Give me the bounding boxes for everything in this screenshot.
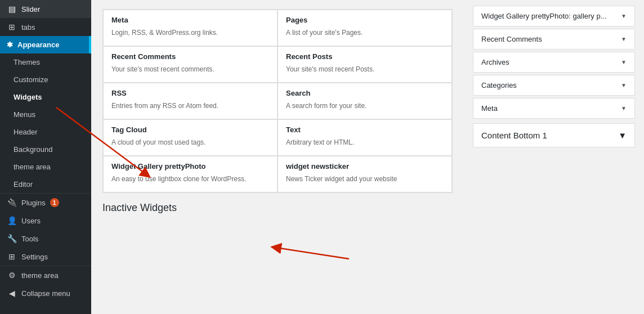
right-widget-meta: Meta ▼	[473, 98, 635, 119]
widget-text[interactable]: Text Arbitrary text or HTML.	[278, 119, 452, 156]
widget-recent-comments-desc: Your site's most recent comments.	[111, 64, 269, 74]
sidebar-item-widgets[interactable]: Widgets	[0, 88, 91, 106]
widget-meta-desc: Login, RSS, & WordPress.org links.	[111, 28, 269, 38]
widget-gallery-title: Widget Gallery prettyPhoto	[111, 162, 269, 171]
widget-gallery[interactable]: Widget Gallery prettyPhoto An easy to us…	[103, 156, 278, 192]
widget-tag-cloud[interactable]: Tag Cloud A cloud of your most used tags…	[103, 119, 278, 156]
right-widget-recent-comments-header[interactable]: Recent Comments ▼	[473, 29, 634, 49]
widget-text-desc: Arbitrary text or HTML.	[286, 137, 444, 147]
theme-area-icon: ⚙	[7, 271, 17, 280]
right-widget-categories: Categories ▼	[473, 75, 635, 96]
widget-meta-title: Meta	[111, 16, 269, 24]
right-widget-recent-comments-label: Recent Comments	[481, 35, 542, 43]
sidebar-item-tabs[interactable]: ⊞ tabs	[0, 18, 91, 36]
widget-search-desc: A search form for your site.	[286, 101, 444, 111]
sidebar: ▤ Slider ⊞ tabs ✱ Appearance Themes Cust…	[0, 0, 91, 314]
widget-tag-cloud-title: Tag Cloud	[111, 125, 269, 134]
tools-icon: 🔧	[7, 234, 17, 243]
content-bottom-label: Content Bottom 1	[481, 131, 547, 140]
widget-newsticker-desc: News Ticker widget add your website	[286, 174, 444, 184]
widget-pages-title: Pages	[286, 16, 444, 24]
appearance-icon: ✱	[7, 41, 13, 49]
widget-text-title: Text	[286, 125, 444, 134]
right-widget-gallery: Widget Gallery prettyPhoto: gallery p...…	[473, 6, 635, 26]
main-content: Meta Login, RSS, & WordPress.org links. …	[91, 0, 464, 314]
content-bottom-header[interactable]: Content Bottom 1 ▼	[473, 124, 634, 147]
content-bottom-1: Content Bottom 1 ▼	[473, 123, 635, 147]
widget-recent-comments[interactable]: Recent Comments Your site's most recent …	[103, 46, 278, 83]
tabs-icon: ⊞	[7, 23, 17, 32]
content-bottom-arrow: ▼	[618, 131, 627, 140]
plugins-icon: 🔌	[7, 198, 17, 207]
widget-rss[interactable]: RSS Entries from any RSS or Atom feed.	[103, 83, 278, 119]
sidebar-item-header[interactable]: Header	[0, 123, 91, 141]
right-widget-archives-arrow: ▼	[621, 59, 627, 65]
right-widget-recent-comments: Recent Comments ▼	[473, 29, 635, 50]
plugins-badge: 1	[50, 198, 59, 207]
settings-icon: ⊞	[7, 252, 17, 261]
widget-gallery-desc: An easy to use lightbox clone for WordPr…	[111, 174, 269, 184]
sidebar-item-theme-area[interactable]: theme area	[0, 158, 91, 176]
right-widget-gallery-arrow: ▼	[621, 13, 627, 19]
sidebar-item-slider[interactable]: ▤ Slider	[0, 0, 91, 18]
right-widget-categories-header[interactable]: Categories ▼	[473, 75, 634, 95]
sidebar-item-themes[interactable]: Themes	[0, 53, 91, 71]
slider-icon: ▤	[7, 5, 17, 14]
right-widget-archives-header[interactable]: Archives ▼	[473, 52, 634, 72]
sidebar-item-plugins[interactable]: 🔌 Plugins 1	[0, 194, 91, 212]
sidebar-item-theme-area-2[interactable]: ⚙ theme area	[0, 266, 91, 284]
sidebar-item-users[interactable]: 👤 Users	[0, 212, 91, 230]
widget-search-title: Search	[286, 89, 444, 97]
widget-pages[interactable]: Pages A list of your site's Pages.	[278, 10, 452, 46]
sidebar-item-menus[interactable]: Menus	[0, 106, 91, 123]
widget-rss-title: RSS	[111, 89, 269, 97]
right-widget-categories-label: Categories	[481, 81, 517, 89]
right-widget-meta-label: Meta	[481, 104, 498, 113]
widget-rss-desc: Entries from any RSS or Atom feed.	[111, 101, 269, 111]
inactive-widgets-title: Inactive Widgets	[102, 202, 453, 214]
right-widget-rc-arrow: ▼	[621, 36, 627, 42]
sidebar-item-customize[interactable]: Customize	[0, 71, 91, 88]
users-icon: 👤	[7, 216, 17, 225]
sidebar-item-tools[interactable]: 🔧 Tools	[0, 230, 91, 248]
widget-tag-cloud-desc: A cloud of your most used tags.	[111, 137, 269, 147]
sidebar-item-settings[interactable]: ⊞ Settings	[0, 248, 91, 266]
collapse-icon: ◀	[7, 289, 17, 298]
right-widget-gallery-label: Widget Gallery prettyPhoto: gallery p...	[481, 12, 607, 20]
widget-recent-posts[interactable]: Recent Posts Your site's most recent Pos…	[278, 46, 452, 83]
sidebar-item-background[interactable]: Background	[0, 141, 91, 158]
right-widget-categories-arrow: ▼	[621, 82, 627, 88]
right-widget-meta-header[interactable]: Meta ▼	[473, 98, 634, 118]
right-panel: Widget Gallery prettyPhoto: gallery p...…	[464, 0, 644, 314]
widget-recent-comments-title: Recent Comments	[111, 52, 269, 61]
right-widget-archives-label: Archives	[481, 58, 509, 66]
sidebar-item-editor[interactable]: Editor	[0, 176, 91, 193]
widget-newsticker[interactable]: widget newsticker News Ticker widget add…	[278, 156, 452, 192]
widget-pages-desc: A list of your site's Pages.	[286, 28, 444, 38]
widget-search[interactable]: Search A search form for your site.	[278, 83, 452, 119]
sidebar-item-appearance[interactable]: ✱ Appearance	[0, 36, 91, 53]
widget-newsticker-title: widget newsticker	[286, 162, 444, 171]
widget-recent-posts-title: Recent Posts	[286, 52, 444, 61]
widget-grid: Meta Login, RSS, & WordPress.org links. …	[102, 9, 453, 193]
widget-recent-posts-desc: Your site's most recent Posts.	[286, 64, 444, 74]
sidebar-item-collapse[interactable]: ◀ Collapse menu	[0, 284, 91, 302]
right-widget-gallery-header[interactable]: Widget Gallery prettyPhoto: gallery p...…	[473, 6, 634, 26]
right-widget-archives: Archives ▼	[473, 52, 635, 73]
right-widget-meta-arrow: ▼	[621, 105, 627, 111]
widget-meta[interactable]: Meta Login, RSS, & WordPress.org links.	[103, 10, 278, 46]
